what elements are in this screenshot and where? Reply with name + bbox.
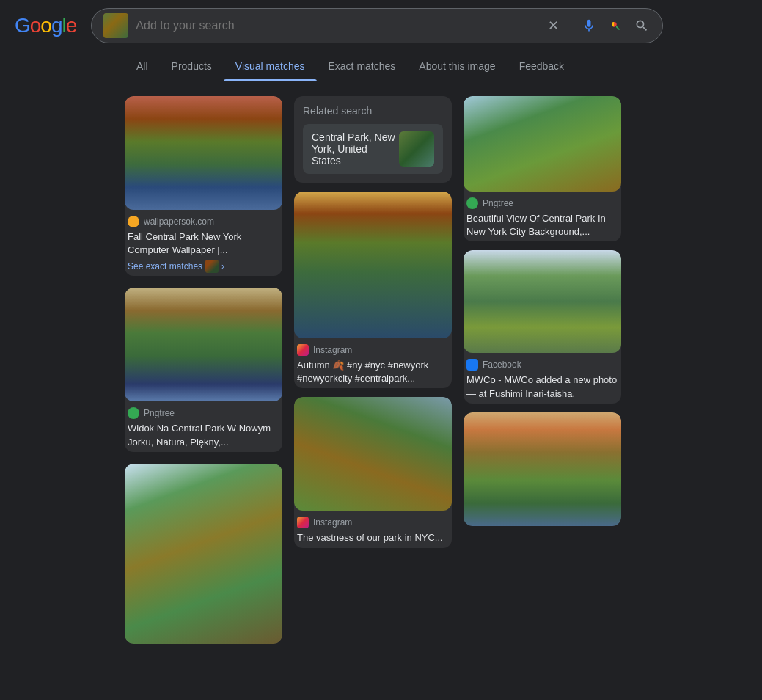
main-content: wallpapersok.com Fall Central Park New Y…	[0, 81, 762, 658]
related-search-card: Related search Central Park, New York, U…	[294, 96, 452, 183]
tab-about-image[interactable]: About this image	[407, 51, 507, 81]
card-left-bottom[interactable]	[125, 464, 282, 644]
source-name-4: Instagram	[313, 517, 352, 528]
card-title-5: Beautiful View Of Central Park In New Yo…	[466, 212, 618, 238]
tab-exact-matches[interactable]: Exact matches	[317, 51, 408, 81]
card-image-6	[464, 250, 621, 353]
source-name-2: Pngtree	[144, 408, 175, 418]
search-input[interactable]	[136, 19, 538, 32]
left-column: wallpapersok.com Fall Central Park New Y…	[125, 96, 282, 644]
tab-products[interactable]: Products	[160, 51, 224, 81]
card-image-last	[464, 412, 621, 526]
lens-icon[interactable]	[607, 17, 624, 34]
clear-icon[interactable]: ✕	[544, 17, 562, 34]
tab-feedback[interactable]: Feedback	[508, 51, 576, 81]
card-title-1: Fall Central Park New York Computer Wall…	[128, 230, 279, 257]
card-title-4: The vastness of our park in NYC...	[297, 531, 449, 544]
microphone-icon[interactable]	[580, 17, 598, 34]
card-pngtree-1[interactable]: Pngtree Widok Na Central Park W Nowym Jo…	[125, 288, 282, 451]
see-matches-thumb	[205, 260, 219, 273]
card-source-4: Instagram The vastness of our park in NY…	[294, 511, 452, 547]
search-bar: ✕	[91, 8, 663, 43]
search-icons: ✕	[544, 17, 651, 34]
card-right-bottom[interactable]	[464, 412, 621, 526]
card-source-1: wallpapersok.com Fall Central Park New Y…	[125, 210, 282, 276]
favicon-wallpapersok	[128, 216, 139, 227]
card-image-4	[294, 397, 452, 511]
card-source-5: Pngtree Beautiful View Of Central Park I…	[464, 192, 621, 241]
card-image-1	[125, 96, 282, 210]
divider	[571, 17, 571, 34]
card-title-6: MWCo - MWCo added a new photo — at Fushi…	[466, 373, 618, 400]
favicon-pngtree-1	[128, 407, 139, 419]
card-image-5	[464, 96, 621, 192]
tab-visual-matches[interactable]: Visual matches	[224, 51, 317, 81]
card-instagram-2[interactable]: Instagram The vastness of our park in NY…	[294, 397, 452, 547]
tab-all[interactable]: All	[125, 51, 160, 81]
favicon-instagram-2	[297, 517, 309, 528]
search-thumbnail	[103, 13, 128, 38]
card-source-3: Instagram Autumn 🍂 #ny #nyc #newyork #ne…	[294, 338, 452, 388]
favicon-instagram-1	[297, 344, 309, 356]
right-column: Pngtree Beautiful View Of Central Park I…	[464, 96, 621, 644]
source-name-3: Instagram	[313, 345, 352, 355]
card-source-2: Pngtree Widok Na Central Park W Nowym Jo…	[125, 401, 282, 451]
card-image-left-bottom	[125, 464, 282, 644]
source-name-5: Pngtree	[483, 198, 513, 208]
favicon-pngtree-2	[466, 197, 478, 209]
card-source-6: Facebook MWCo - MWCo added a new photo —…	[464, 353, 621, 403]
card-title-2: Widok Na Central Park W Nowym Jorku, Nat…	[128, 422, 279, 448]
search-icon[interactable]	[633, 17, 651, 34]
card-pngtree-2[interactable]: Pngtree Beautiful View Of Central Park I…	[464, 96, 621, 241]
card-image-3	[294, 192, 452, 338]
tabs-bar: All Products Visual matches Exact matche…	[0, 51, 762, 81]
card-image-2	[125, 288, 282, 401]
card-facebook[interactable]: Facebook MWCo - MWCo added a new photo —…	[464, 250, 621, 403]
header: Google ✕	[0, 0, 762, 51]
see-exact-matches-link[interactable]: See exact matches ›	[128, 260, 279, 273]
favicon-facebook	[466, 359, 478, 371]
mid-column: Related search Central Park, New York, U…	[294, 96, 452, 644]
related-item-thumb	[399, 131, 434, 167]
related-search-title: Related search	[303, 105, 443, 117]
source-name-6: Facebook	[483, 360, 521, 370]
related-search-item[interactable]: Central Park, New York, United States	[303, 124, 443, 174]
card-title-3: Autumn 🍂 #ny #nyc #newyork #newyorkcity …	[297, 359, 449, 385]
card-instagram-1[interactable]: Instagram Autumn 🍂 #ny #nyc #newyork #ne…	[294, 192, 452, 388]
related-item-label: Central Park, New York, United States	[312, 131, 399, 167]
source-name-1: wallpapersok.com	[144, 216, 214, 227]
card-wallpapersok[interactable]: wallpapersok.com Fall Central Park New Y…	[125, 96, 282, 276]
google-logo: Google	[15, 14, 76, 37]
